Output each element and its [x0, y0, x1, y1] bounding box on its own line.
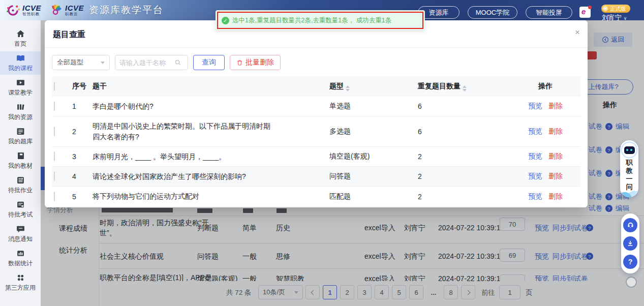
row-dup-count: 2 [418, 152, 510, 161]
floating-toolbar: ? [621, 213, 639, 273]
user-menu[interactable]: 刘宵宁 ∨ [602, 13, 627, 22]
row-dup-count: 6 [418, 128, 510, 136]
col-actions: 操作 [510, 82, 580, 91]
logo-fan-icon [49, 4, 63, 17]
row-seq: 5 [72, 193, 93, 201]
row-dup-count: 6 [418, 102, 510, 110]
table-header-row: 序号 题干 题型 重复题目数量 操作 [52, 76, 580, 97]
batch-delete-button[interactable]: 批量删除 [230, 55, 281, 70]
search-icon [174, 59, 181, 66]
duplicate-check-modal: 题目查重 × 全部题型 查询 批量删除 序号 题干 题型 [45, 20, 588, 207]
ai-assistant-widget[interactable]: 职 教 一 问 [620, 140, 638, 197]
library-books-icon [16, 103, 25, 111]
bar-chart-icon [16, 249, 25, 258]
table-row: 5 将下列动物与它们的运动方式配对 匹配题 2 预览删除 [52, 187, 580, 206]
table-row: 3 床前明月光，____ 。举头望明月，____。 填空题(客观) 2 预览删除 [52, 147, 580, 167]
trash-icon [236, 59, 243, 66]
col-stem: 题干 [93, 82, 329, 91]
feedback-circle-button[interactable] [626, 277, 637, 288]
exam-score-icon [16, 200, 25, 209]
duplicate-question-table: 序号 题干 题型 重复题目数量 操作 1 李白是哪个朝代的? 单选题 6 预览删… [52, 76, 580, 207]
sidebar-item-data-statistics[interactable]: 数据统计 [0, 247, 41, 270]
textbook-icon [16, 151, 25, 160]
question-type-select[interactable]: 全部题型 [52, 55, 110, 70]
home-icon [16, 29, 25, 38]
open-book-icon [16, 54, 25, 63]
row-type: 匹配题 [329, 192, 418, 201]
play-video-icon [16, 78, 25, 87]
download-button[interactable] [623, 236, 637, 251]
row-stem: 李白是哪个朝代的? [93, 97, 270, 116]
col-type: 题型 [329, 82, 418, 91]
sort-icon[interactable] [346, 85, 350, 91]
success-toast: ✓ 选中1条,重复题目数量共2条,去重数量1条， 成功去重1条 [216, 10, 425, 30]
sidebar-item-my-resources[interactable]: 我的资源 [0, 100, 41, 124]
message-bubble-icon [16, 225, 25, 233]
row-stem: 明清是中国小说史上的繁荣时期。以下作品属于明清时期四大名著的有? [93, 116, 270, 146]
close-icon[interactable]: × [575, 28, 580, 37]
robot-icon [622, 143, 636, 157]
stem-search-box [115, 55, 188, 70]
row-seq: 1 [72, 102, 93, 110]
help-button[interactable]: ? [623, 255, 637, 269]
stem-search-input[interactable] [119, 59, 174, 67]
row-checkbox[interactable] [54, 101, 55, 111]
delete-link[interactable]: 删除 [548, 102, 563, 111]
row-type: 多选题 [329, 127, 418, 136]
sidebar-item-home[interactable]: 首页 [0, 27, 41, 50]
sidebar-item-my-textbooks[interactable]: 我的教材 [0, 149, 41, 172]
delete-link[interactable]: 删除 [548, 192, 563, 201]
sidebar-item-my-courses[interactable]: 我的课程 [0, 51, 41, 75]
chevron-down-icon: ∨ [624, 16, 627, 21]
row-type: 问答题 [329, 172, 418, 181]
download-icon [627, 240, 634, 247]
preview-link[interactable]: 预览 [528, 127, 542, 136]
delete-link[interactable]: 删除 [548, 127, 563, 136]
col-seq: 序号 [72, 82, 93, 91]
chevron-down-icon [101, 62, 105, 64]
row-seq: 4 [72, 172, 93, 180]
select-all-checkbox[interactable] [54, 82, 55, 91]
icve-zhijiaoyun-logo: ICVE职教云 [49, 4, 84, 17]
preview-link[interactable]: 预览 [528, 152, 542, 161]
headset-icon [627, 222, 634, 229]
delete-link[interactable]: 删除 [548, 172, 563, 181]
success-check-icon: ✓ [222, 17, 229, 24]
sidebar-item-pending-homework[interactable]: 待批作业 [0, 173, 41, 197]
table-row: 4 请论述全球化对国家政治产生了哪些深刻的影响? 问答题 2 预览删除 [52, 167, 580, 187]
col-dup-count: 重复题目数量 [418, 82, 510, 91]
apps-grid-icon [16, 273, 25, 282]
sidebar-item-messages[interactable]: 消息通知 [0, 222, 41, 246]
preview-link[interactable]: 预览 [528, 102, 542, 111]
sidebar-item-classroom-teaching[interactable]: 课堂教学 [0, 76, 41, 99]
preview-link[interactable]: 预览 [528, 172, 542, 181]
sidebar-item-pending-exams[interactable]: 待批考试 [0, 198, 41, 221]
row-dup-count: 2 [418, 172, 510, 180]
version-badge: 正式版 [601, 5, 630, 13]
row-checkbox[interactable] [54, 192, 55, 201]
nav-smart-projection[interactable]: 智能投屏 [526, 6, 572, 19]
filter-toolbar: 全部题型 查询 批量删除 [45, 48, 588, 76]
preview-link[interactable]: 预览 [528, 192, 542, 201]
nav-mooc-academy[interactable]: MOOC学院 [468, 6, 517, 19]
icve-mini-app-icon[interactable]: e [579, 7, 591, 18]
logo-swirl-icon [6, 4, 20, 17]
notification-dot [588, 6, 592, 9]
sidebar-item-my-question-bank[interactable]: 我的题库 [0, 125, 41, 148]
row-type: 填空题(客观) [329, 152, 418, 161]
toast-message: 选中1条,重复题目数量共2条,去重数量1条， 成功去重1条 [232, 16, 391, 25]
delete-link[interactable]: 删除 [548, 152, 563, 161]
customer-service-button[interactable] [623, 218, 637, 232]
table-row: 2 明清是中国小说史上的繁荣时期。以下作品属于明清时期四大名著的有? 多选题 6… [52, 116, 580, 147]
row-type: 单选题 [329, 102, 418, 111]
medal-icon [603, 6, 608, 11]
row-checkbox[interactable] [54, 171, 55, 181]
table-row: 1 李白是哪个朝代的? 单选题 6 预览删除 [52, 97, 580, 116]
query-button[interactable]: 查询 [193, 55, 225, 70]
row-stem: 请论述全球化对国家政治产生了哪些深刻的影响? [93, 167, 270, 186]
sort-icon[interactable] [463, 85, 467, 91]
row-checkbox[interactable] [54, 127, 55, 136]
sidebar-item-third-party-apps[interactable]: 第三方应用 [0, 271, 41, 294]
row-checkbox[interactable] [54, 151, 55, 161]
row-seq: 3 [72, 152, 93, 161]
